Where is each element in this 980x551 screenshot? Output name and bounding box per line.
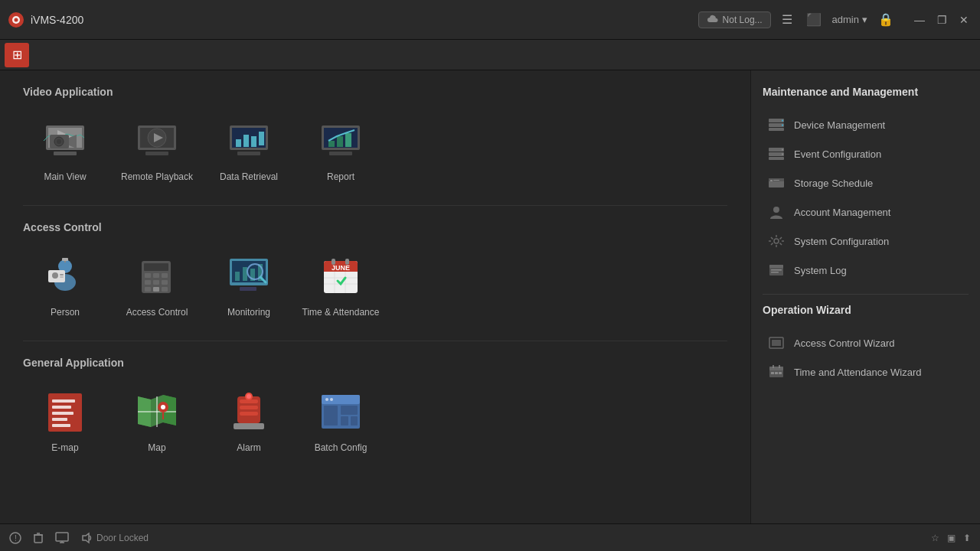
svg-rect-44 — [162, 280, 168, 285]
device-management-item[interactable]: Device Management — [763, 110, 969, 139]
video-application-title: Video Application — [23, 86, 727, 98]
window-status-icon[interactable]: ▣ — [947, 533, 956, 543]
close-button[interactable]: ✕ — [956, 12, 972, 28]
svg-rect-42 — [145, 280, 151, 285]
maintenance-section: Maintenance and Management Device Manage… — [763, 86, 969, 285]
map-svg — [134, 390, 180, 432]
lock-icon[interactable]: 🔒 — [875, 9, 897, 30]
access-control-title: Access Control — [23, 221, 727, 233]
data-retrieval-icon-wrap — [218, 113, 279, 167]
svg-rect-66 — [345, 259, 349, 265]
data-retrieval-icon[interactable]: Data Retrieval — [207, 113, 291, 182]
divider-1 — [23, 205, 727, 206]
svg-point-91 — [325, 398, 328, 401]
admin-menu[interactable]: admin ▾ — [832, 14, 867, 25]
storage-schedule-label: Storage Schedule — [794, 178, 873, 189]
svg-point-107 — [773, 207, 779, 213]
report-icon[interactable]: Report — [299, 113, 383, 182]
cloud-label: Not Log... — [723, 15, 763, 25]
emap-svg — [42, 390, 88, 432]
rp-divider — [763, 294, 969, 295]
alarm-icon[interactable]: Alarm — [207, 384, 291, 453]
person-icon[interactable]: Person — [23, 249, 107, 318]
time-attendance-label: Time & Attendance — [302, 307, 380, 318]
svg-rect-40 — [153, 273, 159, 278]
person-label: Person — [51, 307, 80, 318]
remote-playback-icon[interactable]: Remote Playback — [115, 113, 199, 182]
general-application-title: General Application — [23, 357, 727, 369]
system-log-item[interactable]: System Log — [763, 256, 969, 285]
main-view-icon[interactable]: Main View — [23, 113, 107, 182]
monitoring-label: Monitoring — [227, 307, 270, 318]
window-controls: — ❐ ✕ — [910, 12, 972, 28]
device-management-icon — [766, 116, 786, 133]
storage-schedule-icon — [766, 174, 786, 191]
right-panel: Maintenance and Management Device Manage… — [750, 70, 980, 523]
general-application-section: General Application — [23, 357, 727, 453]
svg-rect-72 — [52, 424, 70, 427]
door-locked-label: Door Locked — [96, 533, 149, 543]
operation-wizard-section: Operation Wizard Access Control Wizard — [763, 304, 969, 386]
svg-rect-87 — [324, 406, 338, 425]
svg-text:!: ! — [15, 534, 17, 543]
storage-schedule-item[interactable]: Storage Schedule — [763, 168, 969, 197]
map-icon[interactable]: Map — [115, 384, 199, 453]
minimize-button[interactable]: — — [910, 12, 929, 28]
cloud-icon — [707, 15, 719, 25]
trash-status[interactable] — [33, 532, 44, 544]
svg-point-2 — [15, 18, 18, 21]
general-application-grid: E-map — [23, 384, 727, 453]
batch-config-icon[interactable]: Batch Config — [299, 384, 383, 453]
svg-rect-70 — [52, 412, 74, 415]
time-attendance-icon-wrap: JUNE — [310, 249, 371, 302]
emap-icon[interactable]: E-map — [23, 384, 107, 453]
batch-config-svg — [318, 390, 364, 432]
system-configuration-item[interactable]: System Configuration — [763, 227, 969, 256]
account-management-item[interactable]: Account Management — [763, 197, 969, 227]
screen-status[interactable] — [55, 532, 69, 544]
svg-rect-82 — [234, 423, 264, 429]
video-application-section: Video Application — [23, 86, 727, 182]
alert-status[interactable]: ! — [9, 532, 21, 544]
access-control-svg — [134, 255, 180, 297]
remote-playback-label: Remote Playback — [121, 171, 193, 182]
svg-rect-43 — [153, 280, 159, 285]
access-control-wizard-item[interactable]: Access Control Wizard — [763, 328, 969, 357]
monitoring-icon[interactable]: Monitoring — [207, 249, 291, 318]
time-attendance-wizard-label: Time and Attendance Wizard — [794, 367, 921, 378]
monitoring-svg — [226, 255, 272, 297]
status-bar: ! Door Locked ☆ ▣ ⬆ — [0, 523, 980, 551]
emap-label: E-map — [51, 442, 78, 453]
admin-label: admin — [832, 14, 859, 25]
star-status-icon[interactable]: ☆ — [931, 533, 939, 543]
list-icon[interactable]: ☰ — [779, 9, 795, 30]
system-configuration-label: System Configuration — [794, 236, 889, 247]
monitor-header-icon[interactable]: ⬛ — [803, 9, 825, 30]
status-bar-right: ☆ ▣ ⬆ — [931, 533, 971, 543]
svg-rect-116 — [769, 367, 783, 370]
svg-rect-96 — [782, 120, 783, 122]
svg-rect-38 — [144, 263, 168, 271]
expand-status-icon[interactable]: ⬆ — [963, 533, 971, 543]
access-control-item-wrap — [126, 249, 188, 302]
map-icon-wrap — [126, 384, 188, 438]
home-button[interactable] — [5, 43, 29, 67]
access-control-item-icon[interactable]: Access Control — [115, 249, 199, 318]
alarm-icon-wrap — [218, 384, 279, 438]
time-attendance-wizard-item[interactable]: Time and Attendance Wizard — [763, 357, 969, 386]
event-configuration-item[interactable]: Event Configuration — [763, 139, 969, 168]
svg-rect-106 — [773, 180, 779, 181]
cloud-status-button[interactable]: Not Log... — [698, 11, 771, 28]
svg-rect-46 — [153, 287, 159, 292]
access-control-section: Access Control — [23, 221, 727, 318]
svg-rect-51 — [243, 267, 247, 281]
svg-rect-33 — [60, 274, 64, 276]
svg-rect-112 — [771, 272, 779, 273]
trash-icon — [33, 532, 44, 544]
svg-rect-18 — [236, 139, 241, 147]
maximize-button[interactable]: ❐ — [933, 12, 951, 28]
maintenance-title: Maintenance and Management — [763, 86, 969, 98]
time-attendance-icon[interactable]: JUNE Time & Atte — [299, 249, 383, 318]
svg-rect-36 — [62, 258, 68, 261]
svg-rect-121 — [779, 372, 782, 374]
